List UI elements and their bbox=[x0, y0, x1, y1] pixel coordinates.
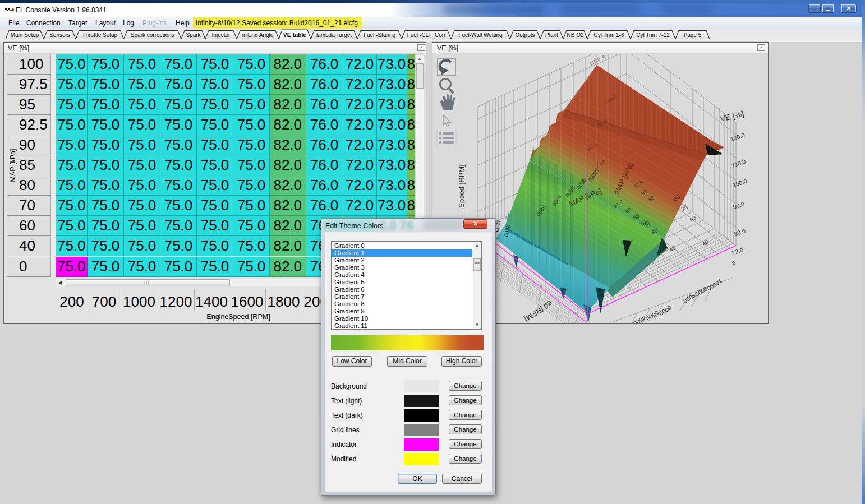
svg-text:Spark corrections: Spark corrections bbox=[131, 32, 174, 38]
svg-text:Main Setup: Main Setup bbox=[11, 32, 39, 38]
svg-text:ed [RPM]: ed [RPM] bbox=[523, 299, 554, 323]
svg-text:0: 0 bbox=[601, 54, 606, 60]
svg-text:Injector: Injector bbox=[212, 32, 231, 38]
svg-text:40: 40 bbox=[701, 238, 710, 247]
svg-text:Fuel -CLT_Corr: Fuel -CLT_Corr bbox=[407, 32, 446, 38]
svg-text:VE table: VE table bbox=[283, 31, 307, 38]
svg-text:Fuel-Wall Wetting: Fuel-Wall Wetting bbox=[458, 32, 502, 38]
svg-text:injEnd Angle: injEnd Angle bbox=[242, 32, 274, 38]
svg-text:90.0: 90.0 bbox=[732, 200, 745, 210]
svg-text:60: 60 bbox=[688, 214, 697, 223]
svg-text:lambda Target: lambda Target bbox=[316, 32, 352, 38]
svg-text:Outputs: Outputs bbox=[515, 32, 535, 38]
svg-text:Fuel -Staring: Fuel -Staring bbox=[364, 32, 395, 38]
svg-text:Cyl Trim 1-6: Cyl Trim 1-6 bbox=[594, 32, 624, 38]
svg-text:Cyl Trim 7-12: Cyl Trim 7-12 bbox=[636, 32, 670, 38]
svg-text:Sensors: Sensors bbox=[49, 32, 70, 38]
svg-text:Spark: Spark bbox=[186, 32, 201, 38]
svg-text:72.0: 72.0 bbox=[731, 246, 744, 256]
svg-text:VE [%]: VE [%] bbox=[719, 109, 744, 123]
svg-text:120.0: 120.0 bbox=[729, 131, 746, 142]
svg-text:80.0: 80.0 bbox=[733, 227, 746, 237]
svg-text:Plant: Plant bbox=[545, 32, 558, 38]
svg-text:Speed [RPM]: Speed [RPM] bbox=[457, 164, 466, 207]
svg-text:NB O2: NB O2 bbox=[567, 32, 583, 38]
svg-text:0: 0 bbox=[731, 260, 737, 266]
svg-text:Page 5: Page 5 bbox=[684, 32, 702, 38]
svg-text:100.0: 100.0 bbox=[731, 177, 748, 188]
svg-text:Throttle Setup: Throttle Setup bbox=[82, 32, 117, 38]
